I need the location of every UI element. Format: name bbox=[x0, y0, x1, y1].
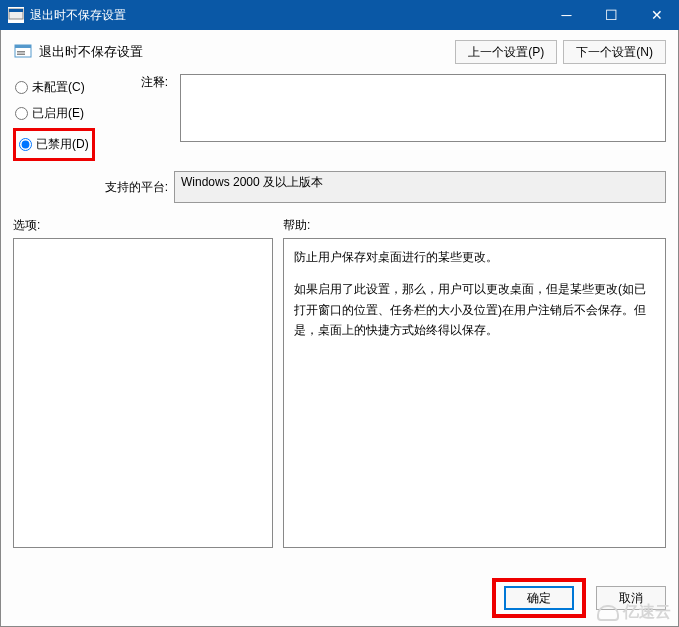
cancel-button[interactable]: 取消 bbox=[596, 586, 666, 610]
close-button[interactable]: ✕ bbox=[634, 0, 679, 30]
svg-rect-5 bbox=[17, 54, 25, 56]
svg-rect-3 bbox=[15, 45, 31, 48]
setting-name: 退出时不保存设置 bbox=[39, 43, 449, 61]
options-label: 选项: bbox=[13, 217, 283, 234]
platform-label: 支持的平台: bbox=[13, 179, 174, 196]
radio-not-configured-label: 未配置(C) bbox=[32, 79, 85, 96]
help-paragraph-2: 如果启用了此设置，那么，用户可以更改桌面，但是某些更改(如已打开窗口的位置、任务… bbox=[294, 279, 655, 340]
minimize-button[interactable]: ─ bbox=[544, 0, 589, 30]
options-panel bbox=[13, 238, 273, 548]
config-row: 未配置(C) 已启用(E) 已禁用(D) 注释: bbox=[13, 74, 666, 161]
radio-enabled[interactable]: 已启用(E) bbox=[13, 102, 98, 125]
help-panel: 防止用户保存对桌面进行的某些更改。 如果启用了此设置，那么，用户可以更改桌面，但… bbox=[283, 238, 666, 548]
platform-row: 支持的平台: Windows 2000 及以上版本 bbox=[13, 171, 666, 203]
radio-disabled-label: 已禁用(D) bbox=[36, 136, 89, 153]
platform-value: Windows 2000 及以上版本 bbox=[181, 175, 323, 189]
radio-not-configured[interactable]: 未配置(C) bbox=[13, 76, 98, 99]
radio-disabled[interactable]: 已禁用(D) bbox=[17, 133, 91, 156]
footer-buttons: 确定 取消 bbox=[492, 578, 666, 618]
mid-labels: 选项: 帮助: bbox=[13, 217, 666, 234]
titlebar: 退出时不保存设置 ─ ☐ ✕ bbox=[0, 0, 679, 30]
help-paragraph-1: 防止用户保存对桌面进行的某些更改。 bbox=[294, 247, 655, 267]
setting-icon bbox=[13, 42, 33, 62]
policy-icon bbox=[8, 7, 24, 23]
radio-not-configured-input[interactable] bbox=[15, 81, 28, 94]
ok-button[interactable]: 确定 bbox=[504, 586, 574, 610]
radio-enabled-input[interactable] bbox=[15, 107, 28, 120]
comment-label: 注释: bbox=[104, 74, 174, 161]
disabled-highlight-box: 已禁用(D) bbox=[13, 128, 95, 161]
ok-highlight-box: 确定 bbox=[492, 578, 586, 618]
radio-enabled-label: 已启用(E) bbox=[32, 105, 84, 122]
window-title: 退出时不保存设置 bbox=[30, 7, 544, 24]
maximize-button[interactable]: ☐ bbox=[589, 0, 634, 30]
comment-textarea[interactable] bbox=[180, 74, 666, 142]
next-setting-button[interactable]: 下一个设置(N) bbox=[563, 40, 666, 64]
radio-group: 未配置(C) 已启用(E) 已禁用(D) bbox=[13, 74, 98, 161]
svg-rect-1 bbox=[9, 9, 23, 12]
svg-rect-4 bbox=[17, 51, 25, 53]
mid-panels: 防止用户保存对桌面进行的某些更改。 如果启用了此设置，那么，用户可以更改桌面，但… bbox=[13, 238, 666, 548]
prev-setting-button[interactable]: 上一个设置(P) bbox=[455, 40, 557, 64]
help-label: 帮助: bbox=[283, 217, 310, 234]
radio-disabled-input[interactable] bbox=[19, 138, 32, 151]
platform-value-box: Windows 2000 及以上版本 bbox=[174, 171, 666, 203]
header-row: 退出时不保存设置 上一个设置(P) 下一个设置(N) bbox=[13, 40, 666, 64]
window-body: 退出时不保存设置 上一个设置(P) 下一个设置(N) 未配置(C) 已启用(E)… bbox=[0, 30, 679, 627]
